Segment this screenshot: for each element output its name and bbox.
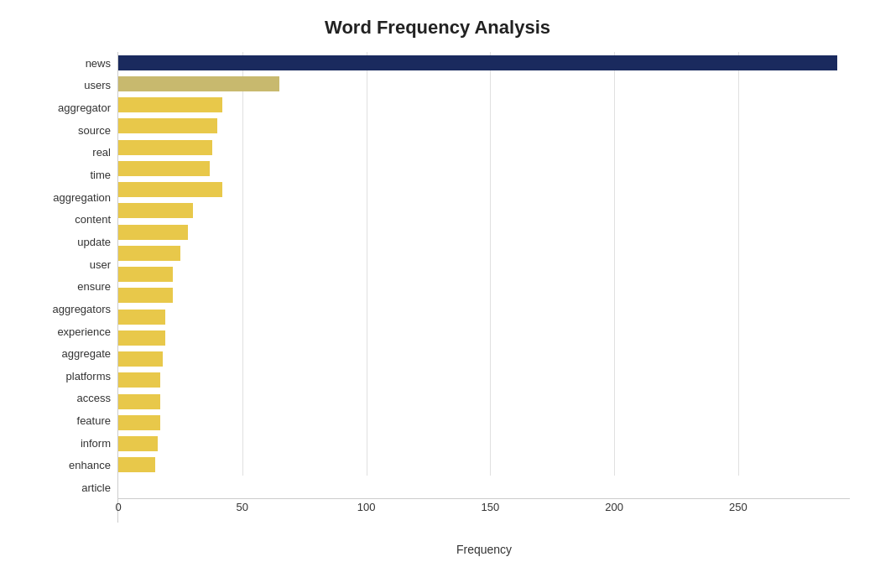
bar-experience [118, 310, 165, 325]
bar-aggregators [118, 288, 173, 303]
bar-content [118, 203, 193, 218]
x-tick-250: 250 [729, 501, 747, 513]
bar-platforms [118, 351, 163, 367]
y-label-aggregator: aggregator [58, 98, 111, 118]
y-label-user: user [90, 254, 111, 274]
y-label-experience: experience [57, 321, 111, 341]
bar-row-aggregator [118, 96, 850, 114]
y-label-news: news [86, 53, 111, 73]
bar-row-real [118, 138, 850, 157]
bar-real [118, 140, 212, 155]
y-label-content: content [75, 210, 111, 230]
x-axis: Frequency 050100150200250 [118, 499, 850, 523]
bar-row-news [118, 54, 850, 72]
y-label-real: real [92, 143, 111, 163]
bar-source [118, 118, 217, 133]
x-tick-200: 200 [605, 501, 623, 513]
bar-row-enhance [118, 434, 850, 453]
bar-ensure [118, 267, 173, 282]
bar-row-article [118, 455, 850, 474]
bar-aggregator [118, 97, 222, 112]
bar-update [118, 225, 188, 240]
bar-aggregate [118, 330, 165, 346]
bar-feature [118, 394, 160, 409]
y-label-aggregation: aggregation [53, 187, 111, 207]
y-label-article: article [81, 477, 111, 497]
bar-article [118, 457, 155, 472]
bar-row-ensure [118, 265, 850, 284]
bar-row-aggregate [118, 329, 850, 347]
bar-news [118, 55, 837, 70]
bar-enhance [118, 436, 158, 451]
y-label-ensure: ensure [77, 277, 111, 297]
x-tick-150: 150 [482, 501, 500, 513]
bar-row-users [118, 75, 850, 93]
y-label-platforms: platforms [66, 366, 111, 386]
bar-access [118, 372, 160, 388]
x-tick-100: 100 [357, 501, 376, 513]
bar-row-access [118, 371, 850, 389]
bar-row-inform [118, 414, 850, 432]
bar-row-user [118, 244, 850, 263]
y-label-aggregate: aggregate [61, 344, 111, 364]
bar-aggregation [118, 182, 222, 197]
y-label-time: time [90, 165, 111, 185]
y-label-source: source [78, 120, 111, 140]
y-label-users: users [84, 75, 111, 96]
bar-row-source [118, 117, 850, 135]
bar-row-feature [118, 393, 850, 411]
y-label-update: update [77, 232, 111, 252]
bar-inform [118, 415, 160, 430]
y-label-aggregators: aggregators [53, 299, 111, 319]
y-label-inform: inform [81, 433, 111, 453]
bar-row-content [118, 201, 850, 220]
bar-row-experience [118, 308, 850, 326]
x-axis-label: Frequency [456, 543, 512, 556]
y-label-enhance: enhance [69, 455, 111, 476]
bar-row-aggregators [118, 286, 850, 304]
bar-row-update [118, 223, 850, 242]
bar-time [118, 161, 210, 176]
bar-row-platforms [118, 350, 850, 368]
bar-users [118, 76, 279, 91]
bar-row-aggregation [118, 180, 850, 199]
bar-row-time [118, 159, 850, 178]
chart-area: newsusersaggregatorsourcerealtimeaggrega… [25, 52, 850, 523]
y-axis: newsusersaggregatorsourcerealtimeaggrega… [25, 52, 117, 523]
y-label-access: access [77, 388, 111, 408]
chart-container: Word Frequency Analysis newsusersaggrega… [0, 0, 875, 588]
plot-area: Frequency 050100150200250 [117, 52, 850, 523]
bar-user [118, 246, 180, 261]
y-label-feature: feature [77, 411, 111, 431]
x-tick-50: 50 [237, 501, 248, 513]
chart-title: Word Frequency Analysis [25, 17, 850, 39]
bars-container [118, 52, 850, 499]
x-tick-0: 0 [115, 501, 121, 513]
